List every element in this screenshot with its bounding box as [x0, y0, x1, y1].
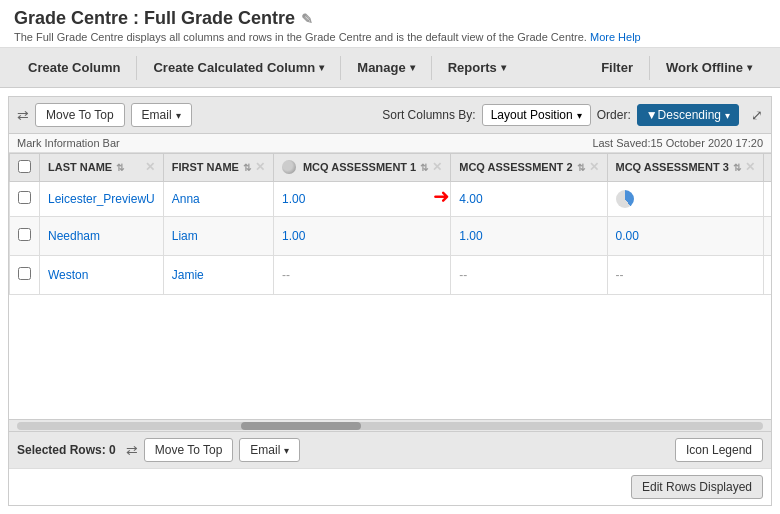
page-title-text: Grade Centre : Full Grade Centre: [14, 8, 295, 29]
col-remove-icon-4[interactable]: ✕: [589, 160, 599, 174]
edit-rows-area: Edit Rows Displayed: [9, 468, 771, 505]
row1-mcq2-score: 4.00: [459, 192, 482, 206]
row2-checkbox-cell: [10, 217, 40, 256]
row3-mcq1-dash: --: [282, 268, 290, 282]
row2-mcq2: 1.00: [451, 217, 607, 256]
sort-icon-2[interactable]: ⇅: [243, 162, 251, 173]
scrollbar-track: [17, 422, 763, 430]
bottom-email-button[interactable]: Email ▾: [239, 438, 300, 462]
red-arrow-icon: ➜: [433, 184, 450, 208]
chevron-down-icon-2: ▾: [410, 62, 415, 73]
filter-button[interactable]: Filter: [587, 48, 647, 88]
row2-last-name-link[interactable]: Needham: [48, 229, 100, 243]
select-all-checkbox[interactable]: [18, 160, 31, 173]
row1-mcq1-score: 1.00: [282, 192, 305, 206]
page-header: Grade Centre : Full Grade Centre ✎ The F…: [0, 0, 780, 48]
row3-mcq3: --: [607, 256, 763, 295]
toolbar-separator-4: [649, 56, 650, 80]
col-remove-icon-2[interactable]: ✕: [255, 160, 265, 174]
table-row: Needham Liam 1.00 1.00 0.00: [10, 217, 772, 256]
col-mcq3-label: MCQ ASSESSMENT 3: [616, 161, 729, 173]
row3-checkbox-cell: [10, 256, 40, 295]
table-row: Weston Jamie -- -- --: [10, 256, 772, 295]
row3-first-name-link[interactable]: Jamie: [172, 268, 204, 282]
table-wrapper: LAST NAME ⇅ ✕ FIRST NAME ⇅ ✕: [9, 153, 771, 419]
page-title: Grade Centre : Full Grade Centre ✎: [14, 8, 766, 29]
row1-mcq1: 1.00: [273, 182, 450, 217]
col-remove-icon-5[interactable]: ✕: [745, 160, 755, 174]
row2-first-name: Liam: [163, 217, 273, 256]
row3-last-name: Weston: [40, 256, 164, 295]
row1-ppt: ⚑ 100.00: [763, 182, 771, 217]
grades-table: LAST NAME ⇅ ✕ FIRST NAME ⇅ ✕: [9, 153, 771, 295]
row2-mcq1-score: 1.00: [282, 229, 305, 243]
pie-chart-icon: [616, 190, 634, 208]
row3-last-name-link[interactable]: Weston: [48, 268, 88, 282]
col-remove-icon-3[interactable]: ✕: [432, 160, 442, 174]
row2-mcq3: 0.00: [607, 217, 763, 256]
work-offline-button[interactable]: Work Offline ▾: [652, 48, 766, 88]
row1-last-name: Leicester_PreviewU: [40, 182, 164, 217]
row3-checkbox[interactable]: [18, 267, 31, 280]
row1-first-name: Anna: [163, 182, 273, 217]
chevron-down-icon-8: ▾: [284, 445, 289, 456]
col-mcq1-label: MCQ ASSESSMENT 1: [303, 161, 416, 173]
row2-checkbox[interactable]: [18, 228, 31, 241]
row2-last-name: Needham: [40, 217, 164, 256]
row1-mcq2: ➜ 4.00: [451, 182, 607, 217]
row2-mcq1: 1.00: [273, 217, 450, 256]
email-button[interactable]: Email ▾: [131, 103, 192, 127]
toolbar-separator-1: [136, 56, 137, 80]
icon-legend-button[interactable]: Icon Legend: [675, 438, 763, 462]
col-last-name-label: LAST NAME: [48, 161, 112, 173]
col-remove-icon[interactable]: ✕: [145, 160, 155, 174]
row3-mcq2-dash: --: [459, 268, 467, 282]
layout-position-select[interactable]: Layout Position ▾: [482, 104, 591, 126]
col-mcq2: MCQ ASSESSMENT 2 ⇅ ✕: [451, 154, 607, 182]
mark-information-bar: Mark Information Bar: [17, 137, 120, 149]
row3-first-name: Jamie: [163, 256, 273, 295]
scrollbar-thumb[interactable]: [241, 422, 361, 430]
main-content: ⇄ Move To Top Email ▾ Sort Columns By: L…: [8, 96, 772, 506]
order-label: Order:: [597, 108, 631, 122]
reports-button[interactable]: Reports ▾: [434, 48, 520, 88]
sort-section: Sort Columns By: Layout Position ▾ Order…: [382, 104, 763, 126]
create-calculated-column-button[interactable]: Create Calculated Column ▾: [139, 48, 338, 88]
toolbar-separator-2: [340, 56, 341, 80]
horizontal-scrollbar[interactable]: [9, 419, 771, 431]
manage-button[interactable]: Manage ▾: [343, 48, 428, 88]
gc-toolbar: ⇄ Move To Top Email ▾ Sort Columns By: L…: [9, 97, 771, 134]
mcq1-icon: [282, 160, 296, 174]
move-icon-2: ⇄: [126, 442, 138, 458]
row2-mcq3-score: 0.00: [616, 229, 639, 243]
selected-rows-label: Selected Rows: 0: [17, 443, 116, 457]
order-select[interactable]: ▼Descending ▾: [637, 104, 739, 126]
bottom-move-to-top-button[interactable]: Move To Top: [144, 438, 234, 462]
row2-first-name-link[interactable]: Liam: [172, 229, 198, 243]
col-mcq3: MCQ ASSESSMENT 3 ⇅ ✕: [607, 154, 763, 182]
row1-last-name-link[interactable]: Leicester_PreviewU: [48, 192, 155, 206]
row3-mcq1: --: [273, 256, 450, 295]
edit-rows-displayed-button[interactable]: Edit Rows Displayed: [631, 475, 763, 499]
row1-first-name-link[interactable]: Anna: [172, 192, 200, 206]
sort-icon[interactable]: ⇅: [116, 162, 124, 173]
create-column-button[interactable]: Create Column: [14, 48, 134, 88]
expand-icon[interactable]: ⤢: [751, 107, 763, 123]
table-row: Leicester_PreviewU Anna 1.00 ➜ 4.00: [10, 182, 772, 217]
move-icon: ⇄: [17, 107, 29, 123]
page-wrapper: Grade Centre : Full Grade Centre ✎ The F…: [0, 0, 780, 514]
toolbar-right: Filter Work Offline ▾: [587, 48, 766, 88]
col-mcq2-label: MCQ ASSESSMENT 2: [459, 161, 572, 173]
more-help-link[interactable]: More Help: [590, 31, 641, 43]
row3-mcq2: --: [451, 256, 607, 295]
move-to-top-button[interactable]: Move To Top: [35, 103, 125, 127]
sort-icon-4[interactable]: ⇅: [577, 162, 585, 173]
chevron-down-icon-6: ▾: [577, 110, 582, 121]
row1-checkbox[interactable]: [18, 191, 31, 204]
edit-title-icon[interactable]: ✎: [301, 11, 313, 27]
sort-icon-5[interactable]: ⇅: [733, 162, 741, 173]
chevron-down-icon: ▾: [319, 62, 324, 73]
toolbar-separator-3: [431, 56, 432, 80]
row3-mcq3-dash: --: [616, 268, 624, 282]
sort-icon-3[interactable]: ⇅: [420, 162, 428, 173]
